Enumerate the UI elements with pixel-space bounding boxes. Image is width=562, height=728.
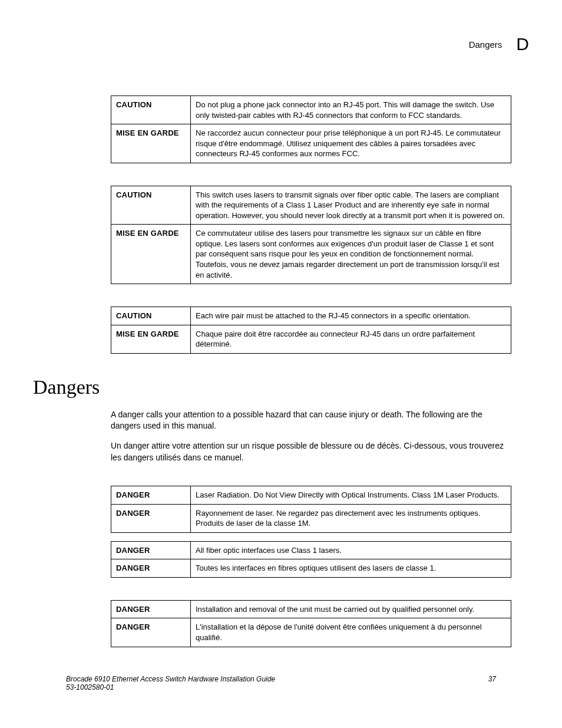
caution-table-laser: CAUTION This switch uses lasers to trans… [111, 186, 511, 284]
danger-label: DANGER [111, 486, 191, 505]
table-row: DANGER L'installation et la dépose de l'… [111, 618, 511, 647]
table-row: CAUTION Each wire pair must be attached … [111, 307, 511, 325]
mise-en-garde-label: MISE EN GARDE [111, 124, 191, 163]
danger-text: Laser Radiation. Do Not View Directly wi… [191, 486, 511, 505]
section-heading-dangers: Dangers [33, 376, 529, 398]
danger-text: Rayonnement de laser. Ne regardez pas di… [191, 504, 511, 532]
table-row: MISE EN GARDE Chaque paire doit être rac… [111, 325, 511, 353]
caution-table-rj45-phone: CAUTION Do not plug a phone jack connect… [111, 95, 511, 163]
danger-label: DANGER [111, 618, 191, 647]
danger-table-fiber-optic: DANGER All fiber optic interfaces use Cl… [111, 541, 511, 578]
footer-doc-title: Brocade 6910 Ethernet Access Switch Hard… [66, 675, 275, 683]
caution-text: Each wire pair must be attached to the R… [191, 307, 511, 325]
table-row: DANGER Laser Radiation. Do Not View Dire… [111, 486, 511, 505]
footer-page-number: 37 [488, 675, 496, 691]
danger-label: DANGER [111, 559, 191, 578]
table-row: DANGER All fiber optic interfaces use Cl… [111, 541, 511, 559]
table-row: CAUTION This switch uses lasers to trans… [111, 186, 511, 225]
caution-table-wire-pair: CAUTION Each wire pair must be attached … [111, 307, 511, 354]
mise-en-garde-text: Ce commutateur utilise des lasers pour t… [191, 225, 511, 284]
page-footer: Brocade 6910 Ethernet Access Switch Hard… [66, 675, 496, 691]
table-row: MISE EN GARDE Ce commutateur utilise des… [111, 225, 511, 284]
danger-text: Toutes les interfaces en fibres optiques… [191, 559, 511, 578]
caution-label: CAUTION [111, 96, 191, 124]
header-appendix-letter: D [516, 34, 529, 54]
table-row: DANGER Installation and removal of the u… [111, 600, 511, 618]
table-row: DANGER Rayonnement de laser. Ne regardez… [111, 504, 511, 532]
mise-en-garde-text: Ne raccordez aucun connecteur pour prise… [191, 124, 511, 163]
danger-text: All fiber optic interfaces use Class 1 l… [191, 541, 511, 559]
mise-en-garde-label: MISE EN GARDE [111, 225, 191, 284]
header-section-text: Dangers [469, 39, 503, 50]
page-header: Dangers D [33, 34, 529, 54]
danger-label: DANGER [111, 504, 191, 532]
danger-text: Installation and removal of the unit mus… [191, 600, 511, 618]
caution-text: Do not plug a phone jack connector into … [191, 96, 511, 124]
caution-text: This switch uses lasers to transmit sign… [191, 186, 511, 225]
danger-label: DANGER [111, 541, 191, 559]
footer-left: Brocade 6910 Ethernet Access Switch Hard… [66, 675, 275, 691]
caution-label: CAUTION [111, 307, 191, 325]
table-row: CAUTION Do not plug a phone jack connect… [111, 96, 511, 124]
danger-table-laser-radiation: DANGER Laser Radiation. Do Not View Dire… [111, 486, 511, 533]
intro-paragraph-fr: Un danger attire votre attention sur un … [111, 440, 511, 463]
table-row: DANGER Toutes les interfaces en fibres o… [111, 559, 511, 578]
danger-text: L'installation et la dépose de l'unité d… [191, 618, 511, 647]
mise-en-garde-label: MISE EN GARDE [111, 325, 191, 353]
footer-doc-number: 53-1002580-01 [66, 683, 275, 691]
mise-en-garde-text: Chaque paire doit être raccordée au conn… [191, 325, 511, 353]
caution-label: CAUTION [111, 186, 191, 225]
danger-table-installation: DANGER Installation and removal of the u… [111, 600, 511, 647]
intro-paragraph-en: A danger calls your attention to a possi… [111, 409, 511, 432]
table-row: MISE EN GARDE Ne raccordez aucun connect… [111, 124, 511, 163]
danger-label: DANGER [111, 600, 191, 618]
